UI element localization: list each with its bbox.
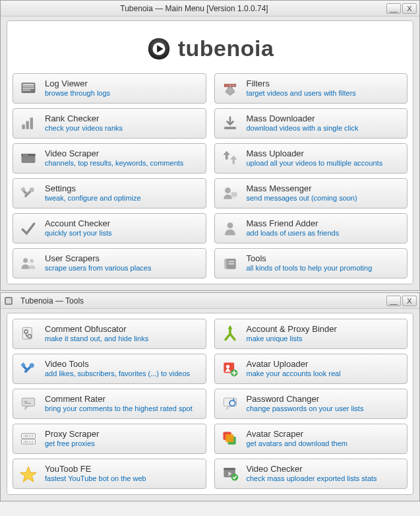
menu-item-title: Comment Rater xyxy=(45,395,193,404)
menu-item-title: Password Changer xyxy=(247,395,364,404)
menu-item-text: Mass Friend Adderadd loads of users as f… xyxy=(247,219,340,238)
svg-rect-39 xyxy=(22,398,34,406)
menu-item-video-scraper[interactable]: Video Scraperchannels, top results, keyw… xyxy=(13,143,206,174)
menu-item-title: YouToob FE xyxy=(45,465,146,474)
menu-item-subtitle: quickly sort your lists xyxy=(45,229,111,238)
menu-item-avatar-scraper[interactable]: Avatar Scraperget avatars and download t… xyxy=(214,424,408,454)
logo-text: tubenoia xyxy=(178,36,274,61)
menu-item-rank-checker[interactable]: Rank Checkercheck your videos ranks xyxy=(13,108,206,139)
menu-item-tools[interactable]: Toolsall kinds of tools to help your pro… xyxy=(214,248,408,278)
menu-item-subtitle: make unique lists xyxy=(247,335,337,343)
menu-item-title: Settings xyxy=(45,184,141,194)
comment-rater-icon xyxy=(18,394,38,414)
menu-item-subtitle: all kinds of tools to help your promotin… xyxy=(247,264,373,273)
menu-item-title: Filters xyxy=(247,79,356,89)
menu-item-title: Video Tools xyxy=(45,360,190,370)
svg-text:255.X.X: 255.X.X xyxy=(23,440,34,443)
menu-item-subtitle: download videos with a single click xyxy=(247,124,359,133)
menu-item-text: Comment Obfuscatormake it stand out, and… xyxy=(45,325,148,343)
tools-icon xyxy=(220,253,240,273)
menu-item-text: Password Changerchange passwords on your… xyxy=(247,395,364,413)
svg-rect-26 xyxy=(228,261,234,263)
svg-rect-8 xyxy=(22,125,24,129)
menu-item-text: Avatar Uploadermake your accounts look r… xyxy=(247,360,341,378)
minimize-button[interactable]: __ xyxy=(386,3,401,14)
svg-rect-27 xyxy=(228,263,234,265)
menu-item-subtitle: send messages out (coming soon) xyxy=(247,194,357,203)
menu-item-title: Video Checker xyxy=(247,465,377,474)
menu-item-log-viewer[interactable]: Log Viewerbrowse through logs xyxy=(13,73,206,104)
menu-item-title: Proxy Scraper xyxy=(45,430,99,439)
menu-item-filters[interactable]: BESTFilterstarget videos and users with … xyxy=(214,73,408,104)
youtoob-fe-icon xyxy=(18,464,38,484)
menu-item-text: User Scrapersscrape users from various p… xyxy=(45,254,151,273)
password-changer-icon xyxy=(220,394,240,414)
close-button[interactable]: X xyxy=(402,3,417,14)
menu-item-subtitle: upload all your videos to multiple accou… xyxy=(247,159,383,168)
menu-item-title: Avatar Scraper xyxy=(247,430,348,439)
svg-text:128.X.X: 128.X.X xyxy=(23,434,34,437)
menu-item-subtitle: channels, top results, keywords, comment… xyxy=(45,159,183,168)
tools-grid: Comment Obfuscatormake it stand out, and… xyxy=(13,319,407,489)
svg-point-14 xyxy=(23,154,24,156)
mass-downloader-icon xyxy=(220,113,240,133)
menu-item-proxy-scraper[interactable]: 128.X.X255.X.XProxy Scraperget free prox… xyxy=(13,424,206,454)
menu-item-title: Account & Proxy Binder xyxy=(247,325,337,335)
menu-item-text: Mass Uploaderupload all your videos to m… xyxy=(247,149,383,168)
user-scrapers-icon xyxy=(18,253,38,273)
mass-friend-adder-icon xyxy=(220,218,240,238)
menu-item-video-tools[interactable]: Video Toolsadd likes, subscribers, favor… xyxy=(13,354,206,384)
account-proxy-binder-icon xyxy=(220,324,240,344)
menu-item-text: Account & Proxy Bindermake unique lists xyxy=(247,325,337,343)
menu-item-mass-uploader[interactable]: Mass Uploaderupload all your videos to m… xyxy=(214,143,408,174)
comment-obfuscator-icon xyxy=(18,324,38,344)
svg-marker-33 xyxy=(227,326,232,329)
svg-point-16 xyxy=(26,154,28,156)
menu-item-text: Rank Checkercheck your videos ranks xyxy=(45,114,123,133)
menu-item-title: Rank Checker xyxy=(45,114,123,124)
main-menu-window: Tubenoia — Main Menu [Version 1.0.0.74] … xyxy=(0,0,420,291)
tools-window: Tubenoia — Tools __ X Comment Obfuscator… xyxy=(0,292,420,501)
menu-item-user-scrapers[interactable]: User Scrapersscrape users from various p… xyxy=(13,248,206,278)
menu-item-title: Comment Obfuscator xyxy=(45,325,148,335)
menu-item-settings[interactable]: Settingstweak, configure and optimize xyxy=(13,178,206,209)
menu-item-text: YouToob FEfastest YouTube bot on the web xyxy=(45,465,146,483)
menu-item-title: Mass Friend Adder xyxy=(247,219,340,229)
tools-minimize-button[interactable]: __ xyxy=(386,296,401,306)
menu-item-text: Proxy Scraperget free proxies xyxy=(45,430,99,448)
menu-item-mass-downloader[interactable]: Mass Downloaderdownload videos with a si… xyxy=(214,108,408,139)
menu-item-text: Mass Messengersend messages out (coming … xyxy=(247,184,357,203)
menu-item-mass-friend-adder[interactable]: Mass Friend Adderadd loads of users as f… xyxy=(214,213,408,243)
tools-content: Comment Obfuscatormake it stand out, and… xyxy=(7,313,413,495)
svg-rect-3 xyxy=(22,84,34,86)
menu-item-account-proxy-binder[interactable]: Account & Proxy Bindermake unique lists xyxy=(214,319,408,349)
menu-item-title: Account Checker xyxy=(45,219,111,229)
menu-item-subtitle: change passwords on your user lists xyxy=(247,404,364,413)
menu-item-text: Comment Raterbring your comments to the … xyxy=(45,395,193,413)
menu-item-account-checker[interactable]: Account Checkerquickly sort your lists xyxy=(13,213,206,243)
menu-item-youtoob-fe[interactable]: YouToob FEfastest YouTube bot on the web xyxy=(13,459,206,489)
menu-item-title: Mass Messenger xyxy=(247,184,357,194)
menu-item-video-checker[interactable]: Video Checkercheck mass uploader exporte… xyxy=(214,459,408,489)
menu-item-comment-obfuscator[interactable]: Comment Obfuscatormake it stand out, and… xyxy=(13,319,206,349)
svg-rect-9 xyxy=(26,121,29,129)
svg-point-23 xyxy=(30,259,34,263)
tools-app-icon xyxy=(3,296,14,306)
menu-item-text: Filterstarget videos and users with filt… xyxy=(247,79,356,98)
menu-item-subtitle: scrape users from various places xyxy=(45,264,151,273)
svg-point-19 xyxy=(225,187,231,193)
video-scraper-icon xyxy=(18,148,38,168)
menu-item-password-changer[interactable]: Password Changerchange passwords on your… xyxy=(214,389,408,419)
menu-item-title: Avatar Uploader xyxy=(247,360,341,370)
menu-item-comment-rater[interactable]: Comment Raterbring your comments to the … xyxy=(13,389,206,419)
svg-rect-11 xyxy=(224,127,236,129)
rank-checker-icon xyxy=(18,113,38,133)
proxy-scraper-icon: 128.X.X255.X.X xyxy=(18,429,38,449)
menu-item-mass-messenger[interactable]: Mass Messengersend messages out (coming … xyxy=(214,178,408,209)
menu-item-avatar-uploader[interactable]: Avatar Uploadermake your accounts look r… xyxy=(214,354,408,384)
tools-close-button[interactable]: X xyxy=(402,296,417,306)
tubenoia-logo-icon xyxy=(146,36,171,61)
menu-item-title: Mass Downloader xyxy=(247,114,359,124)
menu-item-subtitle: target videos and users with filters xyxy=(247,89,356,98)
video-tools-icon xyxy=(18,359,38,379)
